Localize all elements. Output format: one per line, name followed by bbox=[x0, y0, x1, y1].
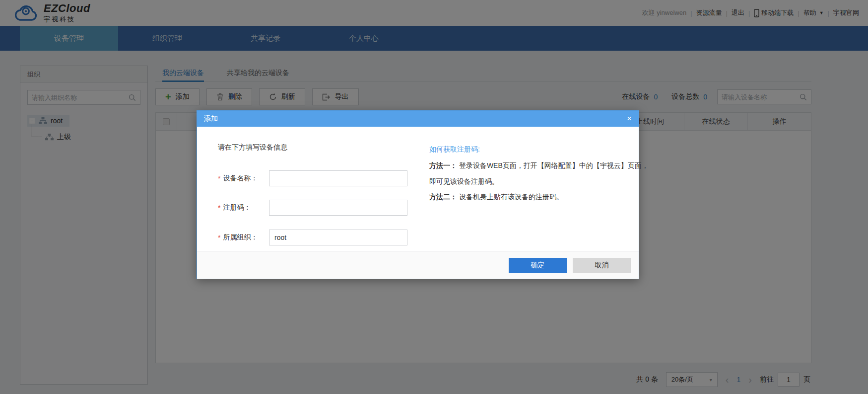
cancel-button[interactable]: 取消 bbox=[573, 258, 631, 273]
dialog-intro-text: 请在下方填写设备信息 bbox=[218, 143, 287, 152]
help-method1-line1: 方法一： 登录设备WEB页面，打开【网络配置】中的【宇视云】页面， bbox=[429, 161, 649, 170]
close-icon[interactable]: × bbox=[627, 115, 632, 123]
method2-bold: 方法二： bbox=[429, 193, 457, 201]
help-method1-line2: 即可见该设备注册码。 bbox=[429, 177, 499, 186]
register-code-label: 注册码： bbox=[223, 203, 251, 212]
add-device-dialog: 添加 × 请在下方填写设备信息 * 设备名称： * 注册码： * 所属组织： 如… bbox=[197, 110, 639, 279]
required-asterisk: * bbox=[218, 204, 220, 212]
device-name-label: 设备名称： bbox=[223, 174, 258, 183]
how-to-get-code-link[interactable]: 如何获取注册码: bbox=[429, 145, 480, 154]
organization-label: 所属组织： bbox=[223, 233, 258, 242]
field-organization: * 所属组织： bbox=[218, 230, 258, 245]
dialog-titlebar[interactable]: 添加 × bbox=[197, 111, 639, 127]
register-code-input[interactable] bbox=[269, 200, 407, 216]
dialog-footer: 确定 取消 bbox=[197, 251, 639, 279]
organization-input[interactable] bbox=[269, 230, 407, 245]
method2-text: 设备机身上贴有该设备的注册码。 bbox=[459, 193, 563, 201]
dialog-title: 添加 bbox=[204, 114, 218, 123]
dialog-body: 请在下方填写设备信息 * 设备名称： * 注册码： * 所属组织： 如何获取注册… bbox=[197, 127, 639, 251]
required-asterisk: * bbox=[218, 174, 220, 182]
confirm-button[interactable]: 确定 bbox=[509, 258, 567, 273]
required-asterisk: * bbox=[218, 234, 220, 241]
field-register-code: * 注册码： bbox=[218, 200, 251, 216]
method1-bold: 方法一： bbox=[429, 161, 457, 169]
device-name-input[interactable] bbox=[269, 170, 407, 186]
method1-text: 登录设备WEB页面，打开【网络配置】中的【宇视云】页面， bbox=[459, 161, 649, 169]
field-device-name: * 设备名称： bbox=[218, 170, 258, 186]
help-method2-line: 方法二： 设备机身上贴有该设备的注册码。 bbox=[429, 193, 563, 202]
